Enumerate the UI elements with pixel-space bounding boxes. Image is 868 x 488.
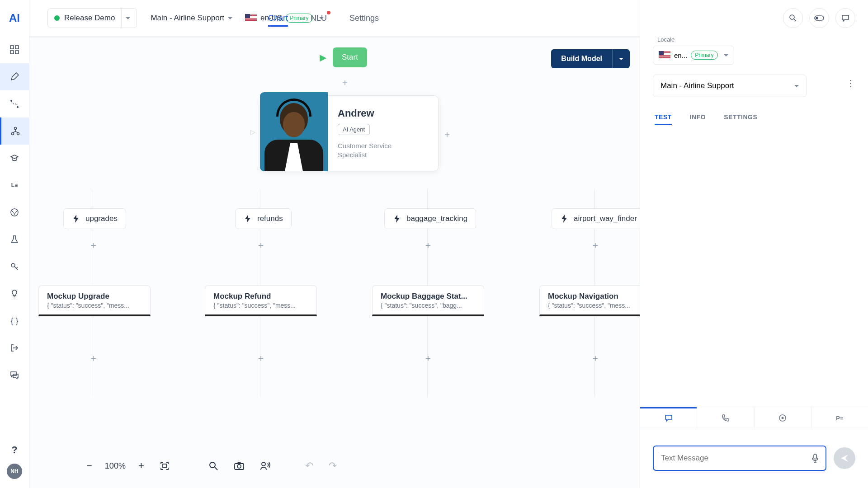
add-after-card-button[interactable]: ＋ bbox=[443, 128, 452, 141]
locale-label: Locale bbox=[657, 36, 855, 43]
redo-icon[interactable]: ↷ bbox=[326, 457, 340, 474]
toggle-button[interactable] bbox=[809, 8, 829, 28]
flag-us-icon bbox=[245, 14, 257, 22]
svg-rect-24 bbox=[814, 454, 816, 459]
svg-point-7 bbox=[11, 133, 14, 135]
zoom-toolbar: − 100% + ↶ ↷ bbox=[84, 457, 340, 474]
add-node-button[interactable]: ＋ bbox=[340, 76, 349, 89]
play-icon[interactable]: ▶ bbox=[313, 48, 332, 67]
mockup-title: Mockup Upgrade bbox=[47, 292, 142, 301]
mockup-title: Mockup Refund bbox=[213, 292, 308, 301]
message-input-wrap bbox=[653, 446, 826, 471]
mockup-subtitle: { "status": "success", "bagg... bbox=[381, 302, 476, 309]
agent-info: Andrew AI Agent Customer Service Special… bbox=[328, 96, 425, 171]
rp-tab-info[interactable]: INFO bbox=[690, 109, 706, 125]
svg-point-4 bbox=[10, 100, 12, 102]
input-mode-text[interactable] bbox=[640, 407, 697, 429]
mockup-subtitle: { "status": "success", "mess... bbox=[548, 302, 640, 309]
nav-pen-icon[interactable] bbox=[0, 63, 29, 90]
svg-rect-3 bbox=[15, 51, 19, 54]
nav-key-icon[interactable] bbox=[0, 253, 29, 280]
start-node: ▶ Start bbox=[313, 47, 367, 67]
nav-dashboard-icon[interactable] bbox=[0, 36, 29, 63]
nav-braces-icon[interactable]: { } bbox=[0, 307, 29, 334]
nav-list-icon[interactable]: L≡ bbox=[0, 172, 29, 199]
svg-point-17 bbox=[237, 465, 241, 468]
intent-label: airport_way_finder bbox=[574, 214, 637, 223]
intent-chip-wayfinder[interactable]: airport_way_finder bbox=[552, 208, 640, 229]
tab-settings[interactable]: Settings bbox=[349, 2, 379, 35]
chat-button[interactable] bbox=[835, 8, 855, 28]
zoom-in-button[interactable]: + bbox=[136, 457, 147, 474]
search-icon[interactable] bbox=[206, 458, 221, 474]
add-node-button[interactable]: ＋ bbox=[89, 352, 98, 364]
nav-help-icon[interactable]: ? bbox=[0, 436, 29, 464]
add-node-button[interactable]: ＋ bbox=[424, 352, 433, 364]
input-mode-tabs: P≡ bbox=[640, 407, 868, 429]
locale-selector-rp[interactable]: en... Primary bbox=[653, 46, 734, 65]
agent-card[interactable]: ▷ Andrew AI Agent Customer Service Speci… bbox=[260, 95, 439, 171]
left-rail: AI L≡ { } ? NH bbox=[0, 0, 29, 488]
chevron-down-icon bbox=[724, 54, 728, 56]
mockup-node[interactable]: Mockup Upgrade { "status": "success", "m… bbox=[38, 285, 151, 316]
add-node-button[interactable]: ＋ bbox=[256, 239, 265, 251]
mockup-node[interactable]: Mockup Refund { "status": "success", "me… bbox=[205, 285, 317, 316]
voice-user-icon[interactable] bbox=[257, 458, 274, 474]
tab-chart[interactable]: Chart bbox=[268, 2, 288, 35]
tab-nlu[interactable]: NLU bbox=[311, 2, 327, 35]
input-mode-phone[interactable] bbox=[697, 407, 754, 429]
nav-bulb-icon[interactable] bbox=[0, 280, 29, 307]
intent-chip-refunds[interactable]: refunds bbox=[235, 208, 292, 229]
user-avatar[interactable]: NH bbox=[7, 464, 22, 479]
mockup-node[interactable]: Mockup Navigation { "status": "success",… bbox=[539, 285, 640, 316]
start-button[interactable]: Start bbox=[333, 47, 367, 67]
chevron-down-icon bbox=[794, 85, 799, 87]
add-node-button[interactable]: ＋ bbox=[591, 239, 600, 251]
mockup-node[interactable]: Mockup Baggage Stat... { "status": "succ… bbox=[372, 285, 484, 316]
card-play-icon[interactable]: ▷ bbox=[250, 128, 255, 136]
input-mode-params[interactable]: P≡ bbox=[811, 407, 868, 429]
nav-flow-icon[interactable] bbox=[0, 117, 29, 145]
rp-tab-test[interactable]: TEST bbox=[655, 109, 672, 125]
right-panel-body: Locale en... Primary Main - Airline Supp… bbox=[640, 36, 868, 125]
svg-rect-2 bbox=[10, 51, 14, 54]
nav-route-icon[interactable] bbox=[0, 90, 29, 117]
nav-flask-icon[interactable] bbox=[0, 226, 29, 253]
search-button[interactable] bbox=[783, 8, 803, 28]
send-button[interactable] bbox=[834, 447, 855, 469]
flow-selector-rp[interactable]: Main - Airline Support bbox=[653, 75, 807, 97]
svg-rect-1 bbox=[15, 46, 19, 49]
intent-chip-baggage[interactable]: baggage_tracking bbox=[384, 208, 476, 229]
canvas[interactable]: Build Model ▶ Start ＋ ▷ Andrew AI Agent … bbox=[29, 36, 640, 488]
fit-screen-icon[interactable] bbox=[157, 458, 172, 474]
main-tabs: Chart NLU Settings bbox=[268, 2, 379, 35]
microphone-icon[interactable] bbox=[812, 454, 818, 463]
right-panel-tabs: TEST INFO SETTINGS bbox=[655, 109, 855, 125]
add-node-button[interactable]: ＋ bbox=[591, 352, 600, 364]
flow-selector[interactable]: Main - Airline Support bbox=[151, 14, 232, 23]
undo-icon[interactable]: ↶ bbox=[302, 457, 316, 474]
add-node-button[interactable]: ＋ bbox=[89, 239, 98, 251]
right-panel: Locale en... Primary Main - Airline Supp… bbox=[640, 0, 868, 488]
camera-icon[interactable] bbox=[231, 459, 247, 473]
status-dot-icon bbox=[54, 15, 60, 21]
build-model-button[interactable]: Build Model bbox=[551, 49, 612, 68]
add-node-button[interactable]: ＋ bbox=[256, 352, 265, 364]
build-model-dropdown[interactable] bbox=[612, 49, 630, 68]
release-selector[interactable]: Release Demo bbox=[47, 8, 122, 28]
zoom-out-button[interactable]: − bbox=[84, 457, 95, 474]
add-node-button[interactable]: ＋ bbox=[424, 239, 433, 251]
intent-chip-upgrades[interactable]: upgrades bbox=[63, 208, 126, 229]
nav-education-icon[interactable] bbox=[0, 145, 29, 172]
input-mode-record[interactable] bbox=[755, 407, 811, 429]
rp-tab-settings[interactable]: SETTINGS bbox=[724, 109, 757, 125]
nav-chat-icon[interactable] bbox=[0, 361, 29, 389]
locale-value: en... bbox=[674, 52, 687, 59]
bolt-icon bbox=[72, 215, 80, 223]
message-input[interactable] bbox=[661, 454, 803, 463]
nav-brain-icon[interactable] bbox=[0, 199, 29, 226]
svg-point-9 bbox=[11, 209, 18, 216]
nav-exit-icon[interactable] bbox=[0, 334, 29, 361]
more-options-icon[interactable]: ⋮ bbox=[846, 78, 855, 89]
release-selector-dropdown[interactable] bbox=[119, 8, 137, 28]
